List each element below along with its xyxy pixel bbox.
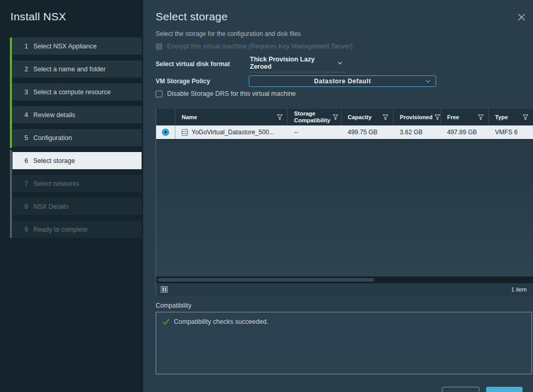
cell-storage-compatibility: -- bbox=[288, 125, 341, 139]
filter-icon[interactable] bbox=[435, 115, 440, 120]
page-subtitle: Select the storage for the configuration… bbox=[156, 30, 533, 37]
compatibility-message: Compatibility checks succeeded. bbox=[174, 318, 268, 325]
chevron-down-icon bbox=[425, 80, 430, 83]
column-label: Storage Compatibility bbox=[294, 110, 331, 123]
column-header-storage-compatibility[interactable]: Storage Compatibility bbox=[288, 109, 341, 125]
step-label: Ready to complete bbox=[33, 226, 87, 233]
item-count: 1 item bbox=[511, 286, 527, 293]
filter-icon[interactable] bbox=[277, 115, 283, 120]
scrollbar-thumb[interactable] bbox=[157, 277, 375, 282]
grid-header: Name Storage Compatibility Capacity Prov… bbox=[156, 109, 533, 125]
cancel-button[interactable]: CANCEL bbox=[399, 387, 435, 392]
column-header-type[interactable]: Type bbox=[489, 109, 533, 125]
column-label: Type bbox=[495, 114, 508, 121]
filter-icon[interactable] bbox=[523, 115, 528, 120]
datastore-grid: Name Storage Compatibility Capacity Prov… bbox=[156, 109, 533, 296]
grid-footer: 1 item bbox=[156, 283, 533, 296]
disk-format-label: Select virtual disk format bbox=[156, 60, 249, 68]
column-label: Name bbox=[182, 114, 197, 121]
compatibility-box: Compatibility checks succeeded. bbox=[156, 312, 532, 374]
encrypt-vm-checkbox bbox=[156, 43, 162, 50]
step-label: Configuration bbox=[33, 134, 72, 142]
disable-drs-checkbox[interactable] bbox=[156, 91, 162, 97]
select-storage-panel: Select storage Select the storage for th… bbox=[143, 0, 533, 392]
filter-icon[interactable] bbox=[333, 115, 338, 120]
column-header-name[interactable]: Name bbox=[175, 109, 288, 125]
step-nsx-details: 8 NSX Details bbox=[12, 198, 142, 215]
storage-policy-value: Datastore Default bbox=[314, 78, 371, 85]
page-title: Select storage bbox=[156, 10, 227, 23]
column-header-provisioned[interactable]: Provisioned bbox=[394, 109, 441, 125]
wizard-steps: 1 Select NSX Appliance 2 Select a name a… bbox=[12, 37, 142, 244]
step-number: 3 bbox=[17, 88, 28, 96]
step-label: Select NSX Appliance bbox=[33, 43, 97, 50]
cell-type: VMFS 6 bbox=[489, 125, 533, 139]
next-button[interactable]: NEXT bbox=[486, 387, 523, 392]
filter-icon[interactable] bbox=[478, 115, 484, 120]
cell-capacity: 499.75 GB bbox=[341, 125, 394, 139]
radio-selected-icon[interactable] bbox=[162, 129, 169, 136]
step-number: 9 bbox=[17, 226, 28, 233]
wizard-title: Install NSX bbox=[10, 10, 66, 23]
step-label: Select a compute resource bbox=[33, 88, 111, 96]
disable-drs-row: Disable Storage DRS for this virtual mac… bbox=[156, 90, 533, 97]
step-select-storage[interactable]: 6 Select storage bbox=[12, 152, 142, 169]
storage-policy-select[interactable]: Datastore Default bbox=[249, 75, 436, 87]
step-label: Select networks bbox=[33, 180, 79, 187]
step-number: 1 bbox=[17, 43, 28, 50]
cell-provisioned: 3.62 GB bbox=[394, 125, 441, 139]
column-header-capacity[interactable]: Capacity bbox=[341, 109, 394, 125]
step-label: Select storage bbox=[33, 157, 75, 165]
wizard-actions: CANCEL BACK NEXT bbox=[156, 387, 533, 392]
filter-icon[interactable] bbox=[383, 115, 388, 120]
step-label: Review details bbox=[33, 111, 75, 119]
step-review-details[interactable]: 4 Review details bbox=[12, 106, 142, 123]
encrypt-vm-label: Encrypt this virtual machine (Requires K… bbox=[167, 43, 352, 50]
step-number: 5 bbox=[17, 134, 28, 142]
storage-policy-label: VM Storage Policy bbox=[156, 78, 249, 85]
column-header-free[interactable]: Free bbox=[441, 109, 489, 125]
datastore-name: YoGoVirtual_Datastore_500... bbox=[192, 129, 274, 136]
step-number: 7 bbox=[17, 180, 28, 187]
step-label: Select a name and folder bbox=[33, 66, 106, 73]
disk-format-value: Thick Provision Lazy Zeroed bbox=[250, 56, 328, 70]
step-label: NSX Details bbox=[33, 203, 68, 210]
step-number: 2 bbox=[17, 66, 28, 73]
step-number: 6 bbox=[17, 157, 28, 165]
grid-empty-area bbox=[156, 140, 533, 276]
close-icon[interactable] bbox=[517, 12, 526, 22]
step-number: 8 bbox=[17, 203, 28, 210]
success-check-icon bbox=[162, 319, 170, 325]
step-select-networks: 7 Select networks bbox=[12, 175, 142, 192]
compatibility-label: Compatibility bbox=[156, 302, 533, 309]
disable-drs-label: Disable Storage DRS for this virtual mac… bbox=[167, 90, 296, 97]
chevron-down-icon bbox=[338, 61, 342, 65]
step-select-compute-resource[interactable]: 3 Select a compute resource bbox=[12, 83, 142, 100]
wizard-sidebar: Install NSX 1 Select NSX Appliance 2 Sel… bbox=[0, 0, 143, 392]
table-row[interactable]: YoGoVirtual_Datastore_500... -- 499.75 G… bbox=[156, 125, 533, 140]
disk-format-select[interactable]: Thick Provision Lazy Zeroed bbox=[249, 55, 347, 72]
step-ready-to-complete: 9 Ready to complete bbox=[12, 221, 142, 238]
selection-column-header bbox=[156, 109, 175, 125]
column-label: Provisioned bbox=[400, 114, 433, 121]
row-selector[interactable] bbox=[156, 125, 175, 139]
horizontal-scrollbar[interactable] bbox=[156, 276, 533, 283]
progress-bar-remaining bbox=[10, 150, 12, 238]
column-label: Capacity bbox=[348, 114, 372, 121]
step-configuration[interactable]: 5 Configuration bbox=[12, 129, 142, 146]
progress-bar-completed bbox=[10, 37, 12, 148]
step-select-name-folder[interactable]: 2 Select a name and folder bbox=[12, 60, 142, 78]
column-label: Free bbox=[447, 114, 459, 121]
encrypt-vm-row: Encrypt this virtual machine (Requires K… bbox=[156, 43, 533, 50]
cell-name: YoGoVirtual_Datastore_500... bbox=[175, 125, 288, 139]
column-settings-icon[interactable] bbox=[161, 286, 168, 293]
cell-free: 497.89 GB bbox=[441, 125, 489, 139]
back-button[interactable]: BACK bbox=[442, 387, 479, 392]
step-number: 4 bbox=[17, 111, 28, 119]
datastore-icon bbox=[182, 129, 188, 136]
step-select-nsx-appliance[interactable]: 1 Select NSX Appliance bbox=[12, 37, 142, 55]
